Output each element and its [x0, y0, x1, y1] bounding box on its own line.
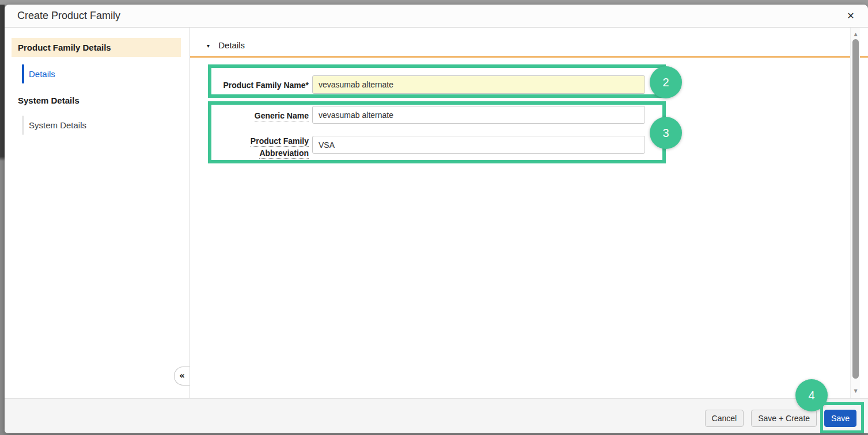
sidebar-item-label: Details — [29, 69, 55, 79]
dialog-header: Create Product Family ✕ — [5, 5, 868, 28]
scroll-up-icon[interactable]: ▲ — [851, 30, 861, 39]
generic-name-label-text: Generic Name — [255, 111, 309, 121]
page-background-top — [0, 0, 868, 5]
chevron-double-left-icon: « — [179, 371, 185, 381]
scrollbar-thumb[interactable] — [852, 39, 859, 379]
sidebar-item-label: System Details — [29, 120, 86, 130]
product-family-abbreviation-input[interactable] — [312, 136, 645, 154]
sidebar-item-system-details-header[interactable]: System Details — [18, 96, 180, 105]
dialog-sidebar: Product Family Details Details System De… — [5, 28, 190, 398]
save-button[interactable]: Save — [824, 410, 856, 427]
page-background-left — [0, 0, 5, 435]
generic-name-input[interactable] — [312, 106, 645, 124]
section-collapse-icon[interactable]: ▾ — [207, 43, 210, 49]
collapse-sidebar-button[interactable]: « — [174, 367, 189, 386]
create-product-family-dialog: Create Product Family ✕ Product Family D… — [5, 5, 868, 433]
cancel-button[interactable]: Cancel — [705, 410, 744, 427]
details-form-panel: ▾ Details Product Family Name* Generic N… — [190, 28, 868, 398]
details-section-header: ▾ Details — [190, 28, 868, 58]
save-create-button[interactable]: Save + Create — [751, 410, 817, 427]
sidebar-item-details[interactable]: Details — [22, 64, 180, 83]
scroll-down-icon[interactable]: ▼ — [851, 387, 861, 396]
product-family-abbreviation-label-text: Product Family Abbreviation — [251, 136, 309, 159]
dialog-body: Product Family Details Details System De… — [5, 28, 868, 398]
annotation-step-2-badge: 2 — [650, 66, 682, 98]
product-family-abbreviation-label: Product Family Abbreviation — [213, 135, 309, 159]
annotation-step-3-badge: 3 — [650, 117, 682, 149]
product-family-name-label: Product Family Name* — [213, 79, 309, 91]
close-icon[interactable]: ✕ — [843, 9, 858, 24]
product-family-name-input[interactable] — [312, 75, 645, 94]
dialog-footer: Cancel Save + Create Save — [5, 398, 868, 433]
vertical-scrollbar[interactable]: ▲ ▼ — [850, 28, 860, 398]
dialog-title: Create Product Family — [17, 5, 120, 27]
sidebar-item-product-family-details[interactable]: Product Family Details — [12, 38, 181, 57]
annotation-step-4-badge: 4 — [795, 379, 828, 411]
footer-button-group: Cancel Save + Create Save — [705, 410, 856, 427]
generic-name-label: Generic Name — [213, 110, 309, 122]
section-title: Details — [218, 40, 245, 50]
sidebar-item-system-details[interactable]: System Details — [22, 116, 180, 135]
